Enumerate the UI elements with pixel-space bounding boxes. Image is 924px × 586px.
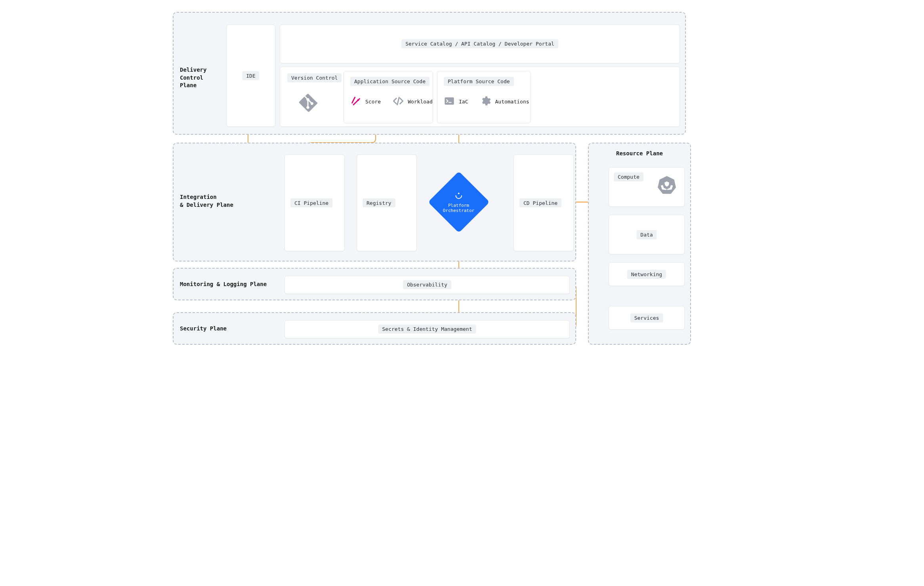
- plane-label-resource: Resource Plane: [589, 150, 690, 158]
- chip-secrets: Secrets & Identity Management: [378, 324, 476, 334]
- code-icon: [393, 95, 404, 108]
- score-icon: [350, 95, 361, 108]
- card-compute: Compute: [609, 167, 685, 207]
- card-observability: Observability: [284, 276, 570, 294]
- card-app-source: Application Source Code Score: [344, 71, 433, 123]
- architecture-diagram: Delivery Control Plane IDE Service Catal…: [169, 8, 755, 357]
- plane-monitoring: Monitoring & Logging Plane Observability: [173, 268, 576, 300]
- card-services: Services: [609, 306, 685, 330]
- card-ci: CI Pipeline: [284, 155, 345, 251]
- svg-point-5: [458, 193, 460, 194]
- svg-point-1: [357, 99, 359, 101]
- chip-platform-source: Platform Source Code: [444, 77, 514, 86]
- chip-ci: CI Pipeline: [290, 199, 332, 208]
- smile-icon: [454, 191, 463, 201]
- item-iac: IaC: [444, 95, 468, 108]
- plane-label-delivery: Delivery Control Plane: [180, 66, 206, 90]
- card-ide: IDE: [226, 25, 275, 127]
- chip-data: Data: [636, 230, 657, 239]
- card-registry: Registry: [357, 155, 417, 251]
- card-platform-source: Platform Source Code IaC: [437, 71, 531, 123]
- item-score: Score: [350, 95, 381, 108]
- svg-rect-3: [445, 97, 454, 105]
- plane-resource: Resource Plane Compute Data Networking S…: [588, 143, 691, 345]
- terminal-icon: [444, 95, 455, 108]
- gear-icon: [480, 95, 491, 108]
- chip-ide: IDE: [242, 71, 259, 80]
- plane-label-monitoring: Monitoring & Logging Plane: [180, 281, 267, 288]
- git-icon: [299, 94, 317, 113]
- chip-networking: Networking: [627, 270, 666, 279]
- plane-delivery-control: Delivery Control Plane IDE Service Catal…: [173, 12, 686, 135]
- chip-app-source: Application Source Code: [350, 77, 430, 86]
- item-workload: Workload: [393, 95, 433, 108]
- card-secrets: Secrets & Identity Management: [284, 320, 570, 338]
- chip-observability: Observability: [403, 280, 451, 289]
- chip-catalog: Service Catalog / API Catalog / Develope…: [401, 39, 558, 48]
- card-data: Data: [609, 215, 685, 254]
- card-source-wrap: Version Control Application Source Code: [280, 67, 680, 127]
- plane-integration-delivery: Integration & Delivery Plane CI Pipeline…: [173, 143, 576, 262]
- kubernetes-icon: [657, 175, 677, 197]
- chip-cd: CD Pipeline: [519, 199, 561, 208]
- orchestrator-label: Platform Orchestrator: [443, 202, 474, 213]
- plane-security: Security Plane Secrets & Identity Manage…: [173, 312, 576, 345]
- chip-version-control: Version Control: [287, 73, 342, 82]
- chip-services: Services: [630, 313, 663, 323]
- item-automations: Automations: [480, 95, 529, 108]
- svg-line-2: [397, 97, 399, 105]
- card-networking: Networking: [609, 262, 685, 286]
- plane-label-integration: Integration & Delivery Plane: [180, 193, 233, 209]
- card-cd: CD Pipeline: [514, 155, 574, 251]
- chip-compute: Compute: [614, 172, 643, 181]
- plane-label-security: Security Plane: [180, 325, 227, 333]
- chip-registry: Registry: [363, 199, 395, 208]
- card-catalog: Service Catalog / API Catalog / Develope…: [280, 25, 680, 63]
